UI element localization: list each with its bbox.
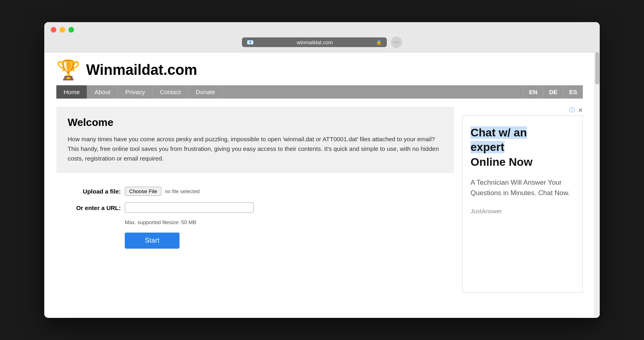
file-input-wrapper: Choose File no file selected xyxy=(125,187,200,196)
start-button[interactable]: Start xyxy=(125,233,180,249)
upload-form: Upload a file: Choose File no file selec… xyxy=(56,183,454,253)
ad-header: ⓘ ✕ xyxy=(462,107,583,114)
site-wrapper: 🏆 Winmaildat.com Home About Privacy Cont… xyxy=(44,52,600,305)
ad-info-icon[interactable]: ⓘ xyxy=(569,107,575,114)
lock-icon: 🔒 xyxy=(376,39,382,45)
ad-headline-line2: expert xyxy=(471,141,504,153)
ad-headline: Chat w/ an expert Online Now xyxy=(471,126,574,169)
traffic-lights xyxy=(51,27,593,33)
maximize-button[interactable] xyxy=(68,27,74,33)
minimize-button[interactable] xyxy=(60,27,65,33)
file-upload-row: Upload a file: Choose File no file selec… xyxy=(56,187,454,196)
browser-toolbar: 📧 winmaildat.com 🔒 ··· xyxy=(51,37,593,52)
url-label: Or enter a URL: xyxy=(56,204,121,211)
main-layout: Welcome How many times have you come acr… xyxy=(56,107,583,293)
site-title: Winmaildat.com xyxy=(86,62,197,78)
ad-headline-highlight: Chat w/ an xyxy=(471,126,527,139)
nav-item-home[interactable]: Home xyxy=(56,85,87,99)
filesize-note: Max. supported filesize: 50 MB xyxy=(125,219,454,225)
lang-es[interactable]: ES xyxy=(563,85,583,99)
ad-close-icon[interactable]: ✕ xyxy=(578,107,583,113)
welcome-title: Welcome xyxy=(68,116,443,129)
nav-item-about[interactable]: About xyxy=(87,85,118,99)
choose-file-button[interactable]: Choose File xyxy=(125,187,161,196)
ad-brand: JustAnswer xyxy=(471,208,574,214)
ad-subtext: A Technician Will Answer Your Questions … xyxy=(471,177,574,198)
start-button-wrapper: Start xyxy=(125,233,454,249)
close-button[interactable] xyxy=(51,27,56,33)
language-group: EN DE ES xyxy=(523,85,583,99)
site-logo-icon: 🏆 xyxy=(56,60,80,80)
browser-content: 🏆 Winmaildat.com Home About Privacy Cont… xyxy=(44,52,600,318)
no-file-text: no file selected xyxy=(165,188,200,194)
ad-box: Chat w/ an expert Online Now A Technicia… xyxy=(462,115,583,293)
favicon-icon: 📧 xyxy=(247,39,254,45)
url-display: winmaildat.com xyxy=(257,39,373,45)
lang-en[interactable]: EN xyxy=(523,85,543,99)
ad-headline-line3: Online Now xyxy=(471,156,533,168)
nav-bar: Home About Privacy Contact Donate EN DE … xyxy=(56,85,583,99)
welcome-box: Welcome How many times have you come acr… xyxy=(56,107,454,173)
welcome-text: How many times have you come across pesk… xyxy=(68,134,443,163)
nav-item-privacy[interactable]: Privacy xyxy=(118,85,153,99)
ad-headline-highlight2: expert xyxy=(471,141,504,153)
main-content: Welcome How many times have you come acr… xyxy=(56,107,454,293)
ad-sidebar: ⓘ ✕ Chat w/ an expert Online Now A Techn… xyxy=(462,107,583,293)
scrollbar-thumb[interactable] xyxy=(595,52,599,84)
url-input-row: Or enter a URL: xyxy=(56,202,454,213)
more-options-button[interactable]: ··· xyxy=(391,37,402,48)
nav-item-donate[interactable]: Donate xyxy=(188,85,223,99)
address-bar[interactable]: 📧 winmaildat.com 🔒 xyxy=(242,37,387,47)
upload-label: Upload a file: xyxy=(56,188,121,195)
url-input[interactable] xyxy=(125,202,254,213)
ad-headline-line1: Chat w/ an xyxy=(471,126,527,139)
browser-chrome: 📧 winmaildat.com 🔒 ··· xyxy=(44,22,600,52)
nav-item-contact[interactable]: Contact xyxy=(153,85,188,99)
lang-de[interactable]: DE xyxy=(543,85,563,99)
site-header: 🏆 Winmaildat.com xyxy=(56,60,583,80)
browser-window: 📧 winmaildat.com 🔒 ··· 🏆 Winmaildat.com … xyxy=(44,22,600,318)
